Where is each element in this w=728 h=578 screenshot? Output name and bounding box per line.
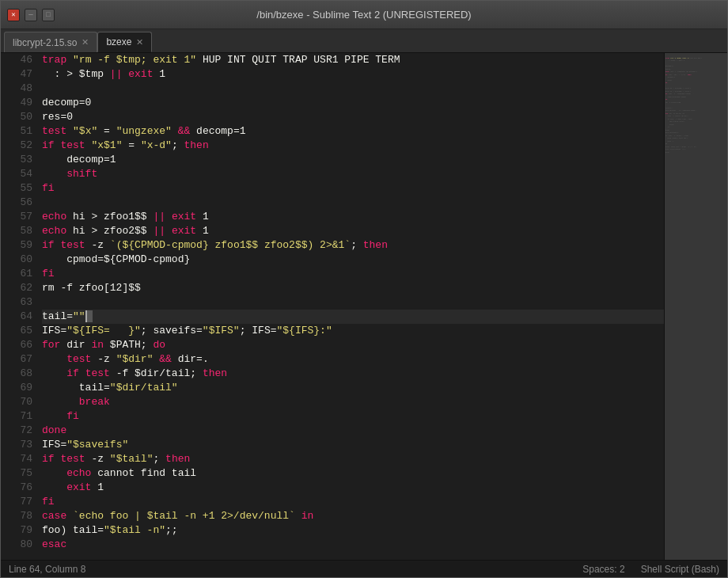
main-window: ✕ ─ □ /bin/bzexe - Sublime Text 2 (UNREG… <box>0 0 728 578</box>
code-line: break <box>42 395 664 409</box>
tab-label: libcrypt-2.15.so <box>13 37 77 48</box>
code-line: : > $tmp || exit 1 <box>42 67 664 82</box>
tab-label: bzexe <box>106 36 131 48</box>
tab-bar: libcrypt-2.15.so ✕ bzexe ✕ <box>1 29 727 53</box>
code-lines[interactable]: trap "rm -f $tmp; exit 1" HUP INT QUIT T… <box>39 53 664 560</box>
code-line: foo) tail="$tail -n";; <box>42 523 664 538</box>
tab-close-icon[interactable]: ✕ <box>82 37 89 48</box>
code-line: decomp=0 <box>42 96 664 110</box>
language-info[interactable]: Shell Script (Bash) <box>641 564 719 575</box>
code-line: fi <box>42 181 664 196</box>
status-right: Spaces: 2 Shell Script (Bash) <box>582 564 719 575</box>
minimap-viewport[interactable] <box>665 53 727 560</box>
code-line: if test -z `(${CPMOD-cpmod} zfoo1$$ zfoo… <box>42 238 664 253</box>
status-bar: Line 64, Column 8 Spaces: 2 Shell Script… <box>1 560 727 577</box>
code-line: done <box>42 424 664 438</box>
code-line: case `echo foo | $tail -n +1 2>/dev/null… <box>42 509 664 523</box>
code-line: if test -z "$tail"; then <box>42 452 664 466</box>
window-title: /bin/bzexe - Sublime Text 2 (UNREGISTERE… <box>256 9 471 21</box>
code-line: exit 1 <box>42 481 664 495</box>
code-line <box>42 82 664 96</box>
code-line: if test "x$1" = "x-d"; then <box>42 139 664 153</box>
code-line: fi <box>42 267 664 281</box>
close-button[interactable]: ✕ <box>7 9 20 21</box>
code-line: fi <box>42 495 664 509</box>
code-line: IFS="${IFS= }"; saveifs="$IFS"; IFS="${I… <box>42 324 664 338</box>
code-line <box>42 196 664 210</box>
code-line: test -z "$dir" && dir=. <box>42 352 664 367</box>
minimap: trap "rm -f $tmp; exit 1" HUP INT QUIT :… <box>664 53 727 560</box>
minimize-button[interactable]: ─ <box>25 9 37 21</box>
tab-libcrypt[interactable]: libcrypt-2.15.so ✕ <box>4 32 97 52</box>
code-line: tail="$dir/tail" <box>42 381 664 395</box>
code-line: echo cannot find tail <box>42 466 664 481</box>
maximize-button[interactable]: □ <box>42 9 55 21</box>
line-numbers: 46 47 48 49 50 51 52 53 54 55 56 57 58 5… <box>1 53 39 560</box>
code-line: echo hi > zfoo2$$ || exit 1 <box>42 224 664 238</box>
cursor-position: Line 64, Column 8 <box>9 564 85 575</box>
code-line: for dir in $PATH; do <box>42 338 664 352</box>
spaces-info[interactable]: Spaces: 2 <box>582 564 624 575</box>
code-line: if test -f $dir/tail; then <box>42 367 664 381</box>
tab-bzexe[interactable]: bzexe ✕ <box>97 32 152 52</box>
tab-close-icon[interactable]: ✕ <box>136 37 143 48</box>
code-content: 46 47 48 49 50 51 52 53 54 55 56 57 58 5… <box>1 53 727 560</box>
code-line-current: tail="" <box>42 310 664 324</box>
window-controls[interactable]: ✕ ─ □ <box>7 9 55 21</box>
code-line: shift <box>42 167 664 181</box>
code-line: IFS="$saveifs" <box>42 438 664 452</box>
code-line: res=0 <box>42 110 664 124</box>
code-line: trap "rm -f $tmp; exit 1" HUP INT QUIT T… <box>42 53 664 67</box>
code-line: test "$x" = "ungzexe" && decomp=1 <box>42 124 664 139</box>
title-bar: ✕ ─ □ /bin/bzexe - Sublime Text 2 (UNREG… <box>1 1 727 29</box>
code-line: rm -f zfoo[12]$$ <box>42 281 664 295</box>
code-line: cpmod=${CPMOD-cpmod} <box>42 253 664 267</box>
code-line <box>42 295 664 310</box>
code-line: decomp=1 <box>42 153 664 167</box>
code-panel[interactable]: 46 47 48 49 50 51 52 53 54 55 56 57 58 5… <box>1 53 727 560</box>
editor-area: 46 47 48 49 50 51 52 53 54 55 56 57 58 5… <box>1 53 727 560</box>
code-line: fi <box>42 409 664 424</box>
code-line: esac <box>42 538 664 552</box>
code-line: echo hi > zfoo1$$ || exit 1 <box>42 210 664 224</box>
